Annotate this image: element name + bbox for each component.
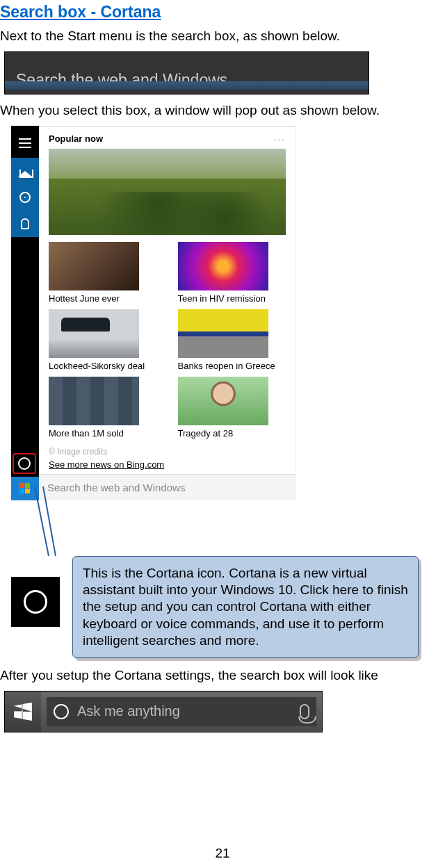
cortana-popup-screenshot: Popular now ··· Hottest June ever Teen i…: [11, 126, 441, 500]
hero-image[interactable]: [49, 149, 286, 235]
start-button[interactable]: [5, 691, 41, 732]
news-item[interactable]: Banks reopen in Greece: [178, 309, 286, 371]
image-credits: © Image credits: [39, 439, 296, 458]
windows-logo-icon: [14, 703, 32, 721]
callout-box: This is the Cortana icon. Cortana is a n…: [72, 556, 419, 659]
after-paragraph: After you setup the Cortana settings, th…: [0, 668, 441, 684]
news-thumbnail: [49, 377, 139, 425]
popular-now-label: Popular now: [49, 133, 103, 145]
cortana-circle-icon: [24, 590, 47, 614]
more-icon[interactable]: ···: [273, 133, 286, 145]
news-item[interactable]: Hottest June ever: [49, 242, 157, 304]
cortana-icon-highlighted[interactable]: [13, 453, 36, 474]
news-thumbnail: [178, 309, 268, 358]
section-heading: Search box - Cortana: [0, 3, 441, 22]
news-thumbnail: [49, 242, 139, 290]
intro-paragraph-2: When you select this box, a window will …: [0, 103, 441, 119]
bing-news-link[interactable]: See more news on Bing.com: [39, 458, 296, 474]
callout-arrows: [28, 500, 441, 556]
news-label: Banks reopen in Greece: [178, 361, 286, 371]
cortana-icon-enlarged: [11, 577, 60, 627]
page-number: 21: [0, 846, 445, 861]
news-thumbnail: [49, 309, 139, 358]
news-item[interactable]: Teen in HIV remission: [178, 242, 286, 304]
news-label: More than 1M sold: [49, 428, 157, 439]
search-placeholder: Ask me anything: [77, 703, 300, 719]
feedback-icon[interactable]: [11, 211, 39, 237]
gear-icon[interactable]: [11, 184, 39, 211]
news-item[interactable]: More than 1M sold: [49, 377, 157, 439]
news-label: Teen in HIV remission: [178, 293, 286, 304]
svg-line-1: [43, 486, 56, 556]
search-box-after-screenshot: Ask me anything: [4, 691, 323, 732]
microphone-icon[interactable]: [300, 704, 309, 719]
news-label: Tragedy at 28: [178, 428, 286, 439]
cortana-sidebar: [11, 126, 39, 500]
cortana-circle-icon: [54, 704, 69, 719]
home-icon[interactable]: [11, 158, 39, 184]
news-thumbnail: [178, 242, 268, 290]
hamburger-icon[interactable]: [11, 129, 39, 158]
search-input-area[interactable]: Ask me anything: [47, 697, 316, 726]
search-box-collapsed-screenshot: Search the web and Windows: [4, 51, 369, 95]
intro-paragraph-1: Next to the Start menu is the search box…: [0, 28, 441, 44]
news-item[interactable]: Lockheed-Sikorsky deal: [49, 309, 157, 371]
news-label: Hottest June ever: [49, 293, 157, 304]
news-thumbnail: [178, 377, 268, 425]
news-label: Lockheed-Sikorsky deal: [49, 361, 157, 371]
news-item[interactable]: Tragedy at 28: [178, 377, 286, 439]
cortana-circle-icon: [18, 457, 31, 470]
svg-line-0: [35, 486, 49, 556]
cortana-popup-panel: Popular now ··· Hottest June ever Teen i…: [39, 126, 296, 500]
